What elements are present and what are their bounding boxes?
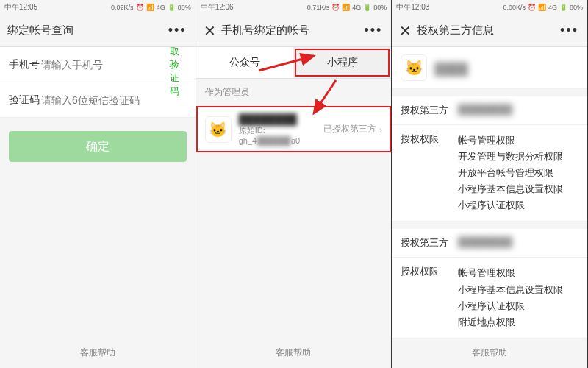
perm-item: 开放平台帐号管理权限 [458,165,578,181]
battery-icon: 🔋 [363,4,371,11]
app-name: ████ [434,63,508,73]
app-info: ████████ 原始ID: gh_4██████a0 [239,113,323,145]
phone-input[interactable] [41,59,170,71]
screen-bind-account: 中午12:05 0.02K/s ⏰ 📶 4G 🔋 80% 绑定帐号查询 ••• … [0,0,196,368]
more-button[interactable]: ••• [560,23,578,38]
header: ✕ 手机号绑定的帐号 ••• [196,15,392,47]
status-right: 0.02K/s ⏰ 📶 4G 🔋 80% [111,4,191,11]
content: 手机号 获取验证码 验证码 确定 [0,47,196,368]
status-right: 0.00K/s ⏰ 📶 4G 🔋 80% [503,4,583,11]
battery-icon: 🔋 [168,4,176,11]
auth-party-value: ████████ [458,104,578,117]
status-time: 中午12:05 [4,2,37,13]
page-title: 手机号绑定的帐号 [221,24,309,38]
get-code-button[interactable]: 获取验证码 [170,47,187,98]
perm-item: 开发管理与数据分析权限 [458,149,578,165]
status-bar: 中午12:03 0.00K/s ⏰ 📶 4G 🔋 80% [392,0,587,15]
content: 🐱 ████ 授权第三方 ████████ 授权权限 帐号管理权限 开发管理与数… [392,47,587,368]
status-right: 0.71K/s ⏰ 📶 4G 🔋 80% [307,4,387,11]
header: ✕ 授权第三方信息 ••• [392,15,587,47]
tab-official-account[interactable]: 公众号 [196,47,294,78]
app-auth-status: 已授权第三方 [323,123,376,135]
app-avatar-icon: 🐱 [205,116,232,143]
app-original-id: 原始ID: gh_4██████a0 [239,125,323,145]
app-header-row: 🐱 ████ [392,47,587,89]
perm-item: 帐号管理权限 [458,132,578,149]
signal-icon: 📶 [538,4,546,11]
alarm-icon: ⏰ [331,4,340,11]
auth-perm-label: 授权权限 [401,265,458,330]
phone-row: 手机号 获取验证码 [0,47,196,82]
status-bar: 中午12:05 0.02K/s ⏰ 📶 4G 🔋 80% [0,0,196,15]
code-input[interactable] [41,94,187,106]
perm-item: 小程序基本信息设置权限 [458,181,578,197]
perm-item: 小程序认证权限 [458,197,578,213]
perm-item: 小程序认证权限 [458,298,578,314]
app-avatar-icon: 🐱 [401,54,427,81]
alarm-icon: ⏰ [136,4,144,11]
auth-party-row: 授权第三方 ████████ [392,229,587,258]
footer-help-link[interactable]: 客服帮助 [196,347,392,359]
battery-icon: 🔋 [559,4,567,11]
code-row: 验证码 [0,82,196,118]
more-button[interactable]: ••• [364,23,382,38]
more-button[interactable]: ••• [168,23,187,38]
header: 绑定帐号查询 ••• [0,15,196,47]
phone-label: 手机号 [9,58,41,71]
status-time: 中午12:06 [201,2,234,13]
perm-item: 帐号管理权限 [458,265,578,281]
close-button[interactable]: ✕ [399,22,417,40]
signal-icon: 📶 [342,4,350,11]
status-time: 中午12:03 [396,2,429,13]
auth-party-value: ████████ [458,236,578,250]
auth-party-label: 授权第三方 [401,236,458,250]
page-title: 授权第三方信息 [417,24,494,38]
content: 公众号 小程序 作为管理员 🐱 ████████ 原始ID: gh_4█████… [196,47,392,368]
signal-icon: 📶 [146,4,154,11]
app-name: ████████ [239,113,323,125]
auth-party-row: 授权第三方 ████████ [392,96,587,125]
perm-list: 帐号管理权限 开发管理与数据分析权限 开放平台帐号管理权限 小程序基本信息设置权… [458,132,578,213]
chevron-right-icon: › [379,124,383,135]
footer-help-link[interactable]: 客服帮助 [392,347,587,359]
footer-help-link[interactable]: 客服帮助 [0,347,196,359]
auth-perm-label: 授权权限 [401,132,458,213]
alarm-icon: ⏰ [528,4,536,11]
section-admin: 作为管理员 [196,79,392,106]
page-title: 绑定帐号查询 [7,24,74,38]
auth-perm-row: 授权权限 帐号管理权限 小程序基本信息设置权限 小程序认证权限 附近地点权限 [392,258,587,338]
auth-party-label: 授权第三方 [401,104,458,117]
tabs: 公众号 小程序 [196,47,392,79]
tab-miniprogram[interactable]: 小程序 [293,47,391,78]
code-label: 验证码 [9,93,41,107]
screen-bound-accounts: 中午12:06 0.71K/s ⏰ 📶 4G 🔋 80% ✕ 手机号绑定的帐号 … [196,0,392,368]
perm-item: 小程序基本信息设置权限 [458,282,578,298]
confirm-button[interactable]: 确定 [9,131,187,162]
auth-perm-row: 授权权限 帐号管理权限 开发管理与数据分析权限 开放平台帐号管理权限 小程序基本… [392,125,587,222]
screen-auth-info: 中午12:03 0.00K/s ⏰ 📶 4G 🔋 80% ✕ 授权第三方信息 •… [392,0,588,368]
status-bar: 中午12:06 0.71K/s ⏰ 📶 4G 🔋 80% [196,0,392,15]
perm-list: 帐号管理权限 小程序基本信息设置权限 小程序认证权限 附近地点权限 [458,265,578,330]
perm-item: 附近地点权限 [458,314,578,330]
close-button[interactable]: ✕ [204,22,221,40]
app-row[interactable]: 🐱 ████████ 原始ID: gh_4██████a0 已授权第三方 › [196,106,392,152]
